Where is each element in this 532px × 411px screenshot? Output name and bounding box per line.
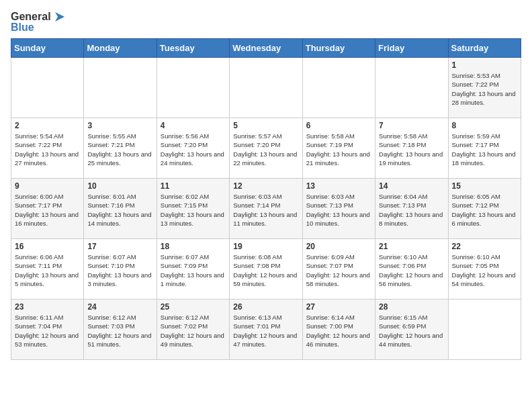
logo-chevron-icon: [52, 12, 64, 21]
week-row-2: 2Sunrise: 5:54 AM Sunset: 7:22 PM Daylig…: [11, 118, 521, 179]
day-cell: 7Sunrise: 5:58 AM Sunset: 7:18 PM Daylig…: [375, 118, 448, 179]
day-number: 3: [87, 121, 152, 130]
day-cell: 21Sunrise: 6:10 AM Sunset: 7:06 PM Dayli…: [375, 239, 448, 300]
logo-wordmark: General Blue: [11, 11, 64, 33]
day-number: 26: [233, 302, 298, 312]
day-cell: 13Sunrise: 6:03 AM Sunset: 7:13 PM Dayli…: [302, 179, 375, 239]
day-number: 11: [161, 181, 226, 191]
day-number: 14: [379, 181, 444, 191]
day-cell: [302, 58, 375, 118]
day-cell: [448, 300, 521, 360]
day-cell: 11Sunrise: 6:02 AM Sunset: 7:15 PM Dayli…: [157, 179, 229, 239]
day-info: Sunrise: 5:55 AM Sunset: 7:21 PM Dayligh…: [87, 132, 152, 167]
day-info: Sunrise: 5:58 AM Sunset: 7:18 PM Dayligh…: [379, 132, 444, 167]
day-info: Sunrise: 6:09 AM Sunset: 7:07 PM Dayligh…: [306, 253, 371, 288]
day-number: 22: [452, 242, 517, 251]
day-cell: [84, 58, 157, 118]
day-number: 6: [306, 121, 371, 130]
day-info: Sunrise: 5:54 AM Sunset: 7:22 PM Dayligh…: [15, 132, 80, 167]
day-info: Sunrise: 5:56 AM Sunset: 7:20 PM Dayligh…: [161, 132, 226, 167]
day-cell: 27Sunrise: 6:14 AM Sunset: 7:00 PM Dayli…: [302, 300, 375, 360]
week-row-3: 9Sunrise: 6:00 AM Sunset: 7:17 PM Daylig…: [11, 179, 521, 239]
weekday-header-row: SundayMondayTuesdayWednesdayThursdayFrid…: [11, 39, 521, 58]
day-info: Sunrise: 6:11 AM Sunset: 7:04 PM Dayligh…: [15, 313, 80, 349]
day-info: Sunrise: 6:05 AM Sunset: 7:12 PM Dayligh…: [452, 192, 517, 228]
calendar: SundayMondayTuesdayWednesdayThursdayFrid…: [11, 38, 521, 360]
day-cell: 15Sunrise: 6:05 AM Sunset: 7:12 PM Dayli…: [448, 179, 521, 239]
day-cell: 28Sunrise: 6:15 AM Sunset: 6:59 PM Dayli…: [375, 300, 448, 360]
day-cell: 5Sunrise: 5:57 AM Sunset: 7:20 PM Daylig…: [230, 118, 302, 179]
day-cell: 2Sunrise: 5:54 AM Sunset: 7:22 PM Daylig…: [11, 118, 84, 179]
day-info: Sunrise: 5:57 AM Sunset: 7:20 PM Dayligh…: [233, 132, 298, 167]
day-number: 21: [379, 242, 444, 251]
day-cell: 1Sunrise: 5:53 AM Sunset: 7:22 PM Daylig…: [448, 58, 521, 118]
day-cell: 6Sunrise: 5:58 AM Sunset: 7:19 PM Daylig…: [302, 118, 375, 179]
day-info: Sunrise: 6:12 AM Sunset: 7:02 PM Dayligh…: [161, 313, 226, 349]
logo: General Blue: [11, 11, 64, 33]
day-info: Sunrise: 6:10 AM Sunset: 7:05 PM Dayligh…: [452, 253, 517, 288]
day-cell: [157, 58, 229, 118]
day-info: Sunrise: 6:07 AM Sunset: 7:09 PM Dayligh…: [161, 253, 226, 288]
day-number: 10: [87, 181, 152, 191]
day-cell: 8Sunrise: 5:59 AM Sunset: 7:17 PM Daylig…: [448, 118, 521, 179]
day-cell: 3Sunrise: 5:55 AM Sunset: 7:21 PM Daylig…: [84, 118, 157, 179]
day-cell: 24Sunrise: 6:12 AM Sunset: 7:03 PM Dayli…: [84, 300, 157, 360]
weekday-header-wednesday: Wednesday: [230, 39, 302, 58]
day-number: 1: [452, 60, 517, 70]
day-info: Sunrise: 6:08 AM Sunset: 7:08 PM Dayligh…: [233, 253, 298, 288]
day-cell: 14Sunrise: 6:04 AM Sunset: 7:13 PM Dayli…: [375, 179, 448, 239]
weekday-header-sunday: Sunday: [11, 39, 84, 58]
day-cell: 23Sunrise: 6:11 AM Sunset: 7:04 PM Dayli…: [11, 300, 84, 360]
day-info: Sunrise: 6:04 AM Sunset: 7:13 PM Dayligh…: [379, 192, 444, 228]
svg-marker-0: [55, 12, 64, 21]
day-number: 9: [15, 181, 80, 191]
day-cell: 10Sunrise: 6:01 AM Sunset: 7:16 PM Dayli…: [84, 179, 157, 239]
week-row-4: 16Sunrise: 6:06 AM Sunset: 7:11 PM Dayli…: [11, 239, 521, 300]
day-cell: 17Sunrise: 6:07 AM Sunset: 7:10 PM Dayli…: [84, 239, 157, 300]
week-row-1: 1Sunrise: 5:53 AM Sunset: 7:22 PM Daylig…: [11, 58, 521, 118]
day-cell: 20Sunrise: 6:09 AM Sunset: 7:07 PM Dayli…: [302, 239, 375, 300]
day-info: Sunrise: 6:13 AM Sunset: 7:01 PM Dayligh…: [233, 313, 298, 349]
day-info: Sunrise: 6:06 AM Sunset: 7:11 PM Dayligh…: [15, 253, 80, 288]
day-cell: 16Sunrise: 6:06 AM Sunset: 7:11 PM Dayli…: [11, 239, 84, 300]
day-cell: [230, 58, 302, 118]
day-cell: [375, 58, 448, 118]
day-number: 16: [15, 242, 80, 251]
day-number: 12: [233, 181, 298, 191]
weekday-header-saturday: Saturday: [448, 39, 521, 58]
day-number: 8: [452, 121, 517, 130]
day-cell: 26Sunrise: 6:13 AM Sunset: 7:01 PM Dayli…: [230, 300, 302, 360]
day-info: Sunrise: 5:53 AM Sunset: 7:22 PM Dayligh…: [452, 71, 517, 107]
weekday-header-thursday: Thursday: [302, 39, 375, 58]
weekday-header-friday: Friday: [375, 39, 448, 58]
week-row-5: 23Sunrise: 6:11 AM Sunset: 7:04 PM Dayli…: [11, 300, 521, 360]
day-number: 27: [306, 302, 371, 312]
day-number: 20: [306, 242, 371, 251]
day-number: 2: [15, 121, 80, 130]
logo-blue: Blue: [11, 21, 64, 34]
day-cell: 4Sunrise: 5:56 AM Sunset: 7:20 PM Daylig…: [157, 118, 229, 179]
day-info: Sunrise: 5:59 AM Sunset: 7:17 PM Dayligh…: [452, 132, 517, 167]
day-number: 28: [379, 302, 444, 312]
day-info: Sunrise: 6:07 AM Sunset: 7:10 PM Dayligh…: [87, 253, 152, 288]
day-cell: 9Sunrise: 6:00 AM Sunset: 7:17 PM Daylig…: [11, 179, 84, 239]
day-info: Sunrise: 6:10 AM Sunset: 7:06 PM Dayligh…: [379, 253, 444, 288]
day-info: Sunrise: 6:14 AM Sunset: 7:00 PM Dayligh…: [306, 313, 371, 349]
day-number: 24: [87, 302, 152, 312]
day-cell: 12Sunrise: 6:03 AM Sunset: 7:14 PM Dayli…: [230, 179, 302, 239]
day-info: Sunrise: 6:03 AM Sunset: 7:13 PM Dayligh…: [306, 192, 371, 228]
day-info: Sunrise: 6:02 AM Sunset: 7:15 PM Dayligh…: [161, 192, 226, 228]
day-number: 17: [87, 242, 152, 251]
day-number: 13: [306, 181, 371, 191]
day-info: Sunrise: 5:58 AM Sunset: 7:19 PM Dayligh…: [306, 132, 371, 167]
day-info: Sunrise: 6:12 AM Sunset: 7:03 PM Dayligh…: [87, 313, 152, 349]
day-cell: [11, 58, 84, 118]
day-number: 5: [233, 121, 298, 130]
day-cell: 25Sunrise: 6:12 AM Sunset: 7:02 PM Dayli…: [157, 300, 229, 360]
day-info: Sunrise: 6:15 AM Sunset: 6:59 PM Dayligh…: [379, 313, 444, 349]
day-number: 18: [161, 242, 226, 251]
day-cell: 22Sunrise: 6:10 AM Sunset: 7:05 PM Dayli…: [448, 239, 521, 300]
weekday-header-monday: Monday: [84, 39, 157, 58]
weekday-header-tuesday: Tuesday: [157, 39, 229, 58]
day-number: 15: [452, 181, 517, 191]
